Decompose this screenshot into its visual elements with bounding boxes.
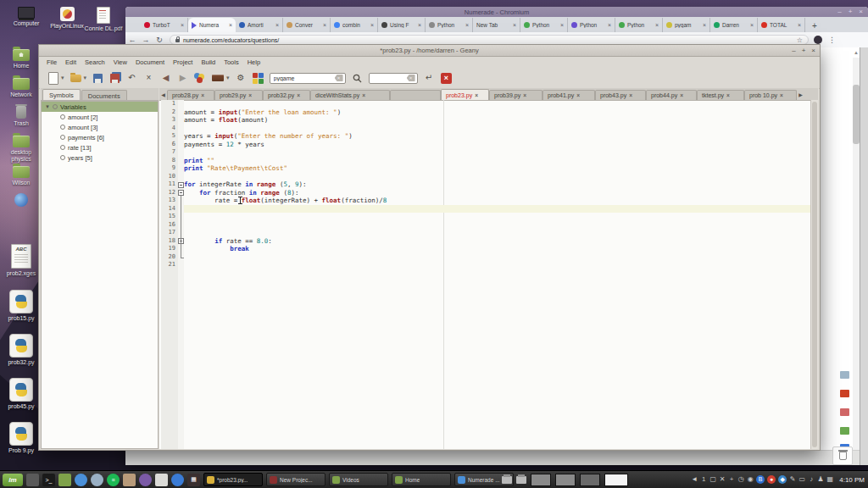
task-button-videos[interactable]: Videos xyxy=(329,473,388,486)
file-tab-prob32-py[interactable]: prob32.py× xyxy=(263,90,310,100)
code-area[interactable]: amount = input("Enter the loan amount: "… xyxy=(184,100,811,449)
messenger-icon[interactable] xyxy=(91,474,103,486)
desktop-icon-prob32-py[interactable]: prob32.py xyxy=(2,334,41,366)
desktop-icon-connie-dl-pdf[interactable]: Connie DL.pdf xyxy=(84,7,123,32)
desktop-icon-prob45-py[interactable]: prob45.py xyxy=(2,378,41,410)
tab-close-icon[interactable]: × xyxy=(655,22,659,28)
file-tab-close-icon[interactable]: × xyxy=(248,92,252,98)
new-file-dropdown-icon[interactable]: ▾ xyxy=(61,75,64,81)
screenshot-icon[interactable]: ◉ xyxy=(747,473,754,486)
headphones-icon[interactable] xyxy=(139,474,152,486)
tab-close-icon[interactable]: × xyxy=(608,22,611,28)
browser-tab-python[interactable]: Python× xyxy=(568,18,615,32)
tab-scroll-right-icon[interactable]: ▶ xyxy=(797,89,804,100)
task-button-home[interactable]: Home xyxy=(392,473,451,486)
tab-close-icon[interactable]: × xyxy=(229,22,232,28)
desktop-icon-prob15-py[interactable]: prob15.py xyxy=(2,290,41,322)
browser-tab-new-tab[interactable]: New Tab× xyxy=(473,18,520,32)
file-tab-close-icon[interactable]: × xyxy=(475,92,478,98)
color-chooser-button[interactable] xyxy=(253,71,264,85)
symbol-item-rate-13[interactable]: rate [13] xyxy=(42,142,158,152)
geany-titlebar[interactable]: *prob23.py - /home/darren - Geany –+× xyxy=(39,45,820,57)
chromium-icon[interactable] xyxy=(75,474,87,486)
window-preview[interactable] xyxy=(555,474,576,486)
toolbar-search-field[interactable]: × xyxy=(270,73,346,84)
build-dropdown-icon[interactable]: ▾ xyxy=(226,75,230,81)
music-note-icon[interactable]: ♪ xyxy=(808,473,815,486)
file-manager-icon[interactable] xyxy=(58,474,71,486)
file-tab-close-icon[interactable]: × xyxy=(680,92,683,98)
file-tab-blank[interactable] xyxy=(390,90,441,100)
symbol-item-years-5[interactable]: years [5] xyxy=(42,152,158,163)
search-input[interactable] xyxy=(274,75,335,81)
calendar-icon[interactable]: ▦ xyxy=(826,473,833,486)
clock-tray-icon[interactable]: ◷ xyxy=(737,473,744,486)
open-file-dropdown-icon[interactable]: ▾ xyxy=(84,75,87,81)
browser-close-icon[interactable]: × xyxy=(859,8,863,16)
file-tab-close-icon[interactable]: × xyxy=(629,92,632,98)
volume-icon[interactable]: ◄ xyxy=(691,473,698,486)
symbol-item-payments-6[interactable]: payments [6] xyxy=(42,132,158,142)
clear-search-icon[interactable]: × xyxy=(335,75,343,81)
terminal-icon[interactable]: >_ xyxy=(42,474,55,486)
jump-to-line-button[interactable]: ↵ xyxy=(424,71,435,85)
web-browser-icon[interactable] xyxy=(171,474,184,486)
desktop-icon-home[interactable]: Home xyxy=(2,49,41,69)
bluetooth-icon[interactable]: B xyxy=(756,475,765,484)
desktop-icon-computer[interactable]: Computer xyxy=(7,7,46,27)
task-button-new-projec[interactable]: New Projec... xyxy=(266,473,326,486)
menu-file[interactable]: File xyxy=(42,58,61,66)
printer-icon[interactable] xyxy=(516,476,526,484)
build-button[interactable] xyxy=(212,71,224,85)
tab-close-icon[interactable]: × xyxy=(703,22,706,28)
menu-project[interactable]: Project xyxy=(169,58,197,66)
line-number-gutter[interactable]: 123456789101112131415161718192021 xyxy=(161,100,178,449)
tab-scroll-left-icon[interactable]: ◀ xyxy=(159,89,167,100)
back-icon[interactable]: ← xyxy=(125,36,139,44)
browser-tab-conver[interactable]: Conver× xyxy=(283,18,331,32)
tab-close-icon[interactable]: × xyxy=(750,22,754,28)
tab-close-icon[interactable]: × xyxy=(418,22,421,28)
file-tab-tktest-py[interactable]: tktest.py× xyxy=(697,90,744,100)
display-icon[interactable]: ▢ xyxy=(709,473,716,486)
browser-tab-turbot[interactable]: TurboT× xyxy=(141,18,188,32)
bookmark-star-icon[interactable]: ☆ xyxy=(797,36,803,44)
file-tab-prob44-py[interactable]: prob44.py× xyxy=(646,90,697,100)
notes-icon[interactable] xyxy=(155,474,168,486)
desktop-icon-prob2-xges[interactable]: ABCprob2.xges xyxy=(2,244,41,277)
tab-close-icon[interactable]: × xyxy=(275,22,279,28)
symbol-item-amount-3[interactable]: amount [3] xyxy=(42,122,158,132)
browser-tab-numera[interactable]: Numera× xyxy=(188,18,236,32)
menu-build[interactable]: Build xyxy=(197,58,220,66)
browser-scroll-thumb[interactable] xyxy=(853,85,860,144)
desktop-icon-playonlinux[interactable]: PlayOnLinux xyxy=(47,7,86,30)
task-button-prob23-py[interactable]: *prob23.py... xyxy=(203,473,263,486)
symbols-root-variables[interactable]: ▼Variables xyxy=(42,102,158,112)
menu-tools[interactable]: Tools xyxy=(220,58,243,66)
tab-close-icon[interactable]: × xyxy=(465,22,469,28)
menu-search[interactable]: Search xyxy=(81,58,109,66)
menu-edit[interactable]: Edit xyxy=(61,58,81,66)
browser-minimize-icon[interactable]: – xyxy=(837,8,841,16)
file-tab-prob28-py[interactable]: prob28.py× xyxy=(167,90,214,100)
browser-tab-python[interactable]: Python× xyxy=(615,18,663,32)
profile-avatar[interactable] xyxy=(814,36,822,44)
browser-tab-darren[interactable]: Darren× xyxy=(710,18,758,32)
tab-close-icon[interactable]: × xyxy=(513,22,516,28)
browser-tab-amorti[interactable]: Amorti× xyxy=(236,18,283,32)
clear-goto-icon[interactable]: × xyxy=(407,75,415,81)
file-tab-prob39-py[interactable]: prob39.py× xyxy=(489,90,542,100)
file-tab-close-icon[interactable]: × xyxy=(297,92,300,98)
symbol-item-amount-2[interactable]: amount [2] xyxy=(42,112,158,122)
spotify-icon[interactable]: ≡ xyxy=(107,474,120,486)
sidebar-tab-documents[interactable]: Documents xyxy=(81,90,127,100)
new-tab-button[interactable]: + xyxy=(809,19,821,31)
goto-line-field[interactable]: × xyxy=(369,73,418,84)
file-tab-close-icon[interactable]: × xyxy=(576,92,580,98)
file-tab-close-icon[interactable]: × xyxy=(362,92,365,98)
browser-tab-using-f[interactable]: Using F× xyxy=(378,18,426,32)
geany-close-icon[interactable]: × xyxy=(811,47,815,54)
reload-icon[interactable]: ↻ xyxy=(153,36,166,44)
file-tab-prob29-py[interactable]: prob29.py× xyxy=(214,90,263,100)
menu-help[interactable]: Help xyxy=(243,58,264,66)
